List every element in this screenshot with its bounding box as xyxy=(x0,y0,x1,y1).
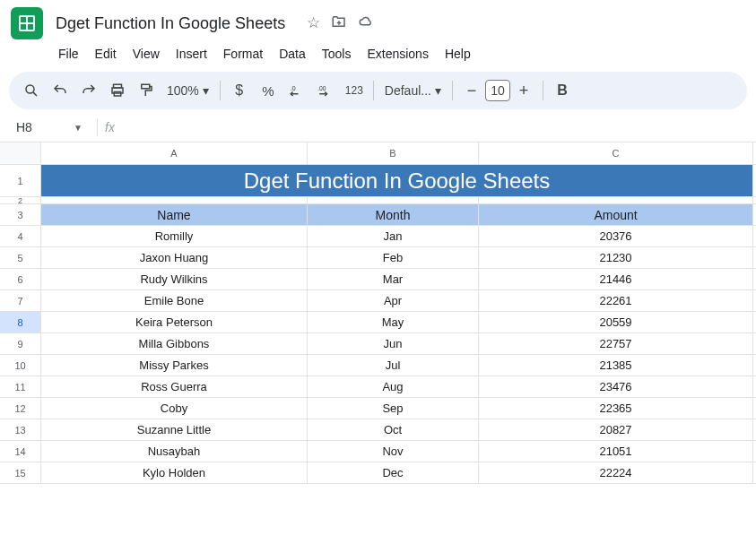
star-icon[interactable]: ☆ xyxy=(307,13,320,34)
row-header[interactable]: 13 xyxy=(0,419,41,440)
header-month-cell[interactable]: Month xyxy=(308,204,479,225)
header-amount-cell[interactable]: Amount xyxy=(479,204,753,225)
cell-name[interactable]: Rudy Wilkins xyxy=(41,269,308,289)
cell-amount[interactable]: 22365 xyxy=(479,398,753,419)
menu-extensions[interactable]: Extensions xyxy=(361,43,434,65)
increase-decimal-icon[interactable]: .00 xyxy=(312,77,339,104)
row-header[interactable]: 9 xyxy=(0,333,41,354)
cell-month[interactable]: May xyxy=(308,312,479,332)
row-header[interactable]: 5 xyxy=(0,247,41,268)
format-number-icon[interactable]: 123 xyxy=(341,77,368,104)
row-header[interactable]: 7 xyxy=(0,290,41,311)
svg-line-1 xyxy=(33,92,37,96)
row-header[interactable]: 8 xyxy=(0,312,41,332)
column-header[interactable]: A xyxy=(41,142,308,164)
cell-name[interactable]: Romilly xyxy=(41,226,308,246)
cell-amount[interactable]: 21446 xyxy=(479,269,753,289)
cell-month[interactable]: Jan xyxy=(308,226,479,246)
cell-amount[interactable]: 20827 xyxy=(479,419,753,440)
cell-amount[interactable]: 20559 xyxy=(479,312,753,332)
undo-icon[interactable] xyxy=(47,77,74,104)
cell-month[interactable]: Dec xyxy=(308,462,479,483)
row-header[interactable]: 11 xyxy=(0,376,41,397)
cell[interactable] xyxy=(479,197,753,203)
cell-month[interactable]: Feb xyxy=(308,247,479,268)
move-icon[interactable] xyxy=(331,13,347,34)
cell-name[interactable]: Coby xyxy=(41,398,308,419)
print-icon[interactable] xyxy=(104,77,131,104)
redo-icon[interactable] xyxy=(75,77,102,104)
cell[interactable] xyxy=(41,197,308,203)
menu-file[interactable]: File xyxy=(52,43,85,65)
cell-amount[interactable]: 22757 xyxy=(479,333,753,354)
cell[interactable] xyxy=(308,197,479,203)
cell-month[interactable]: Nov xyxy=(308,441,479,462)
cell-month[interactable]: Apr xyxy=(308,290,479,311)
cell-amount[interactable]: 21051 xyxy=(479,441,753,462)
row-header[interactable]: 15 xyxy=(0,462,41,483)
cell-name[interactable]: Kylo Holden xyxy=(41,462,308,483)
toolbar: 100%▾ $ % .0 .00 123 Defaul...▾ − + B xyxy=(9,72,747,109)
menu-insert[interactable]: Insert xyxy=(169,43,213,65)
decrease-decimal-icon[interactable]: .0 xyxy=(283,77,310,104)
cloud-status-icon[interactable] xyxy=(358,13,374,34)
cell-name[interactable]: Missy Parkes xyxy=(41,355,308,376)
row-header[interactable]: 10 xyxy=(0,355,41,376)
row-header[interactable]: 4 xyxy=(0,226,41,246)
menu-bar: File Edit View Insert Format Data Tools … xyxy=(52,43,745,65)
cell-amount[interactable]: 20376 xyxy=(479,226,753,246)
fontsize-input[interactable] xyxy=(485,80,510,101)
cell-amount[interactable]: 23476 xyxy=(479,376,753,397)
column-header[interactable]: B xyxy=(308,142,479,164)
cell-month[interactable]: Jun xyxy=(308,333,479,354)
row-header[interactable]: 3 xyxy=(0,204,41,225)
search-icon[interactable] xyxy=(18,77,45,104)
cell-month[interactable]: Jul xyxy=(308,355,479,376)
table-row: 14NusaybahNov21051 xyxy=(0,441,756,462)
document-title[interactable]: Dget Function In Google Sheets xyxy=(52,13,289,35)
table-row: 7Emile BoneApr22261 xyxy=(0,290,756,312)
menu-data[interactable]: Data xyxy=(273,43,312,65)
row-header[interactable]: 6 xyxy=(0,269,41,289)
chevron-down-icon: ▾ xyxy=(435,83,441,98)
cell-name[interactable]: Milla Gibbons xyxy=(41,333,308,354)
cell-name[interactable]: Jaxon Huang xyxy=(41,247,308,268)
cell-month[interactable]: Mar xyxy=(308,269,479,289)
cell-name[interactable]: Emile Bone xyxy=(41,290,308,311)
cell-month[interactable]: Aug xyxy=(308,376,479,397)
name-box[interactable]: H8▼ xyxy=(9,117,90,138)
table-row: 12CobySep22365 xyxy=(0,398,756,419)
currency-icon[interactable]: $ xyxy=(226,77,253,104)
sheets-logo[interactable] xyxy=(11,7,43,39)
zoom-dropdown[interactable]: 100%▾ xyxy=(161,83,214,98)
menu-help[interactable]: Help xyxy=(439,43,477,65)
title-banner-cell[interactable]: Dget Function In Google Sheets xyxy=(41,165,753,196)
cell-name[interactable]: Ross Guerra xyxy=(41,376,308,397)
column-header[interactable]: C xyxy=(479,142,753,164)
row-header[interactable]: 1 xyxy=(0,165,41,196)
menu-format[interactable]: Format xyxy=(217,43,269,65)
increase-fontsize-button[interactable]: + xyxy=(510,77,537,104)
cell-name[interactable]: Keira Peterson xyxy=(41,312,308,332)
header-name-cell[interactable]: Name xyxy=(41,204,308,225)
cell-month[interactable]: Sep xyxy=(308,398,479,419)
menu-view[interactable]: View xyxy=(126,43,166,65)
menu-edit[interactable]: Edit xyxy=(89,43,123,65)
cell-amount[interactable]: 22224 xyxy=(479,462,753,483)
select-all-corner[interactable] xyxy=(0,142,41,164)
row-header[interactable]: 14 xyxy=(0,441,41,462)
decrease-fontsize-button[interactable]: − xyxy=(458,77,485,104)
menu-tools[interactable]: Tools xyxy=(316,43,358,65)
row-header[interactable]: 2 xyxy=(0,197,41,203)
cell-amount[interactable]: 21230 xyxy=(479,247,753,268)
bold-button[interactable]: B xyxy=(549,77,576,104)
row-header[interactable]: 12 xyxy=(0,398,41,419)
font-dropdown[interactable]: Defaul...▾ xyxy=(379,83,447,98)
cell-amount[interactable]: 21385 xyxy=(479,355,753,376)
cell-amount[interactable]: 22261 xyxy=(479,290,753,311)
paint-format-icon[interactable] xyxy=(133,77,160,104)
percent-icon[interactable]: % xyxy=(255,77,282,104)
cell-name[interactable]: Nusaybah xyxy=(41,441,308,462)
cell-month[interactable]: Oct xyxy=(308,419,479,440)
cell-name[interactable]: Suzanne Little xyxy=(41,419,308,440)
